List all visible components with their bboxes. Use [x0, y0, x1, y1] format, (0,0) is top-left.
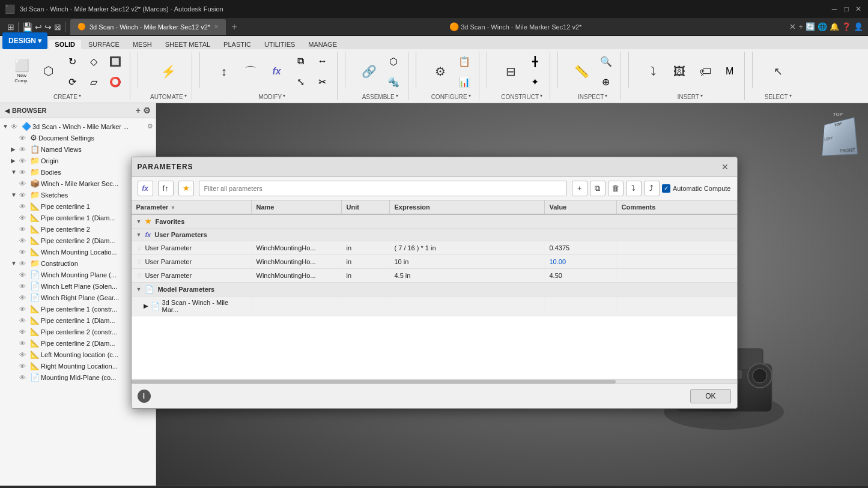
design-dropdown[interactable]: DESIGN ▾ [2, 32, 47, 49]
tab-utilities[interactable]: UTILITIES [258, 40, 301, 49]
configure-btn[interactable]: ⚙ [428, 57, 452, 86]
tree-root[interactable]: ▼ 👁 🔷 3d Scan - Winch - Mile Marker ... … [0, 121, 156, 132]
tab-solid[interactable]: SOLID [49, 40, 81, 49]
auto-compute-toggle[interactable]: ✓ Automatic Compute [662, 184, 731, 193]
param-row3-name[interactable]: WinchMountingHo... [252, 269, 342, 282]
bodies-toggle[interactable]: ▼ [11, 169, 18, 175]
create-small-3[interactable]: ◇ [84, 52, 103, 71]
modify-s1[interactable]: ⧉ [291, 52, 311, 71]
param-row3-comments[interactable] [617, 269, 737, 282]
insert-btn2[interactable]: 🖼 [667, 57, 691, 86]
sidebar-icon-plus[interactable]: + [136, 106, 141, 115]
create-small-2[interactable]: ⟳ [62, 72, 82, 91]
import-btn[interactable]: ⤴ [644, 181, 660, 196]
export-btn[interactable]: ⤵ [626, 181, 642, 196]
redo-icon[interactable]: ↪ [44, 22, 52, 32]
named-eye[interactable]: 👁 [19, 146, 29, 153]
col-comments[interactable]: Comments [617, 200, 737, 214]
param-row2-comments[interactable] [617, 255, 737, 268]
col-value[interactable]: Value [545, 200, 617, 214]
tab-right-icon1[interactable]: ✕ [789, 22, 796, 31]
fx-btn[interactable]: fx [265, 57, 289, 86]
favorites-section[interactable]: ▼ ★ Favorites [132, 215, 737, 229]
parameters-dialog[interactable]: PARAMETERS ✕ fx f↑ ★ + ⧉ 🗑 ⤵ ⤴ ✓ Automat… [131, 157, 738, 409]
automate-btn[interactable]: ⚡ [156, 57, 180, 86]
param-row1-name[interactable]: WinchMountingHo... [252, 241, 342, 255]
construct-btn1[interactable]: ⊟ [499, 57, 523, 86]
winch-loc-eye[interactable]: 👁 [19, 249, 29, 256]
tab-mesh[interactable]: MESH [127, 40, 158, 49]
lml-eye[interactable]: 👁 [19, 351, 29, 358]
pipe1-eye[interactable]: 👁 [19, 203, 29, 210]
insert-s1[interactable]: M [720, 62, 739, 81]
construction-eye[interactable]: 👁 [19, 260, 29, 267]
maximize-btn[interactable]: □ [842, 4, 851, 14]
undo-icon[interactable]: ↩ [35, 22, 42, 32]
tab-manage[interactable]: MANAGE [302, 40, 343, 49]
param-row2-unit[interactable]: in [342, 255, 390, 268]
browser-collapse-icon[interactable]: ◀ [5, 107, 10, 114]
root-eye[interactable]: 👁 [11, 123, 20, 130]
root-settings[interactable]: ⚙ [147, 122, 153, 130]
pipe2d-eye[interactable]: 👁 [19, 237, 29, 244]
origin-toggle[interactable]: ▶ [11, 157, 18, 164]
assemble-btn[interactable]: 🔗 [357, 57, 381, 86]
tab-surface[interactable]: SURFACE [82, 40, 126, 49]
add-tab-btn[interactable]: + [227, 20, 241, 34]
tab-right-icon5[interactable]: 🔔 [830, 22, 839, 31]
model-sub-arrow[interactable]: ▶ [144, 303, 148, 309]
new-component-btn[interactable]: ⬜ NewComp. [10, 57, 34, 86]
nav-cube[interactable]: TOP TOP FRONT LEFT [814, 109, 862, 157]
delete-param-btn[interactable]: 🗑 [608, 181, 624, 196]
pc1d-eye[interactable]: 👁 [19, 317, 29, 324]
press-pull-btn[interactable]: ↕ [212, 57, 236, 86]
dialog-ok-btn[interactable]: OK [690, 389, 730, 403]
param-row-1[interactable]: ☆ User Parameter WinchMountingHo... in (… [132, 241, 737, 255]
mmp-eye[interactable]: 👁 [19, 374, 29, 381]
param-row3-unit[interactable]: in [342, 269, 390, 282]
col-name[interactable]: Name [252, 200, 342, 214]
pipe1d-eye[interactable]: 👁 [19, 214, 29, 221]
minimize-btn[interactable]: ─ [830, 4, 839, 14]
inspect-s1[interactable]: 🔍 [596, 52, 616, 71]
tab-sheet-metal[interactable]: SHEET METAL [159, 40, 216, 49]
toolbar-fx-btn[interactable]: fx [138, 181, 153, 196]
fillet-btn[interactable]: ⌒ [238, 57, 263, 86]
tab-right-icon7[interactable]: 👤 [854, 22, 863, 31]
pc2d-eye[interactable]: 👁 [19, 340, 29, 347]
tab-right-icon6[interactable]: ❓ [842, 22, 851, 31]
home-icon[interactable]: ⊠ [54, 22, 61, 32]
extrude-btn[interactable]: ⬡ [36, 57, 60, 86]
modify-s4[interactable]: ✂ [313, 72, 332, 91]
insert-btn3[interactable]: 🏷 [694, 57, 718, 86]
tab-right-icon3[interactable]: 🔄 [806, 22, 815, 31]
param-row2-expression[interactable]: 10 in [390, 255, 545, 268]
toolbar-fav-btn[interactable]: ★ [178, 181, 194, 196]
param-row3-expression[interactable]: 4.5 in [390, 269, 545, 282]
user-params-section[interactable]: ▼ fx User Parameters [132, 229, 737, 241]
pc1c-eye[interactable]: 👁 [19, 306, 29, 313]
sidebar-icon-settings[interactable]: ⚙ [143, 106, 151, 115]
construct-s2[interactable]: ✦ [526, 72, 545, 91]
tree-item-named-views[interactable]: ▶ 👁 📋 Named Views [0, 143, 156, 155]
modify-s2[interactable]: ⤡ [291, 72, 311, 91]
construct-s1[interactable]: ╋ [526, 52, 545, 71]
param-row1-expression[interactable]: ( 7 / 16 ) * 1 in [390, 241, 545, 255]
tree-item-doc-settings[interactable]: ▶ 👁 ⚙ Document Settings [0, 132, 156, 143]
col-expression[interactable]: Expression [390, 200, 545, 214]
sketches-eye[interactable]: 👁 [19, 191, 29, 199]
param-row-2[interactable]: ☆ User Parameter WinchMountingHo... in 1… [132, 255, 737, 269]
bodies-eye[interactable]: 👁 [19, 169, 29, 176]
row3-fav-star[interactable]: ☆ [136, 271, 143, 280]
create-small-5[interactable]: 🔲 [106, 52, 125, 71]
wrplane-eye[interactable]: 👁 [19, 294, 29, 301]
wlplane-eye[interactable]: 👁 [19, 283, 29, 290]
assemble-s2[interactable]: 🔩 [384, 72, 403, 91]
param-row1-comments[interactable] [617, 241, 737, 255]
col-parameter[interactable]: Parameter ▼ [132, 200, 252, 214]
configure-s2[interactable]: 📊 [455, 72, 474, 91]
tab-right-icon2[interactable]: + [798, 22, 803, 31]
configure-s1[interactable]: 📋 [455, 52, 474, 71]
col-unit[interactable]: Unit [342, 200, 390, 214]
model-params-section[interactable]: ▼ 📄 Model Parameters [132, 283, 737, 297]
